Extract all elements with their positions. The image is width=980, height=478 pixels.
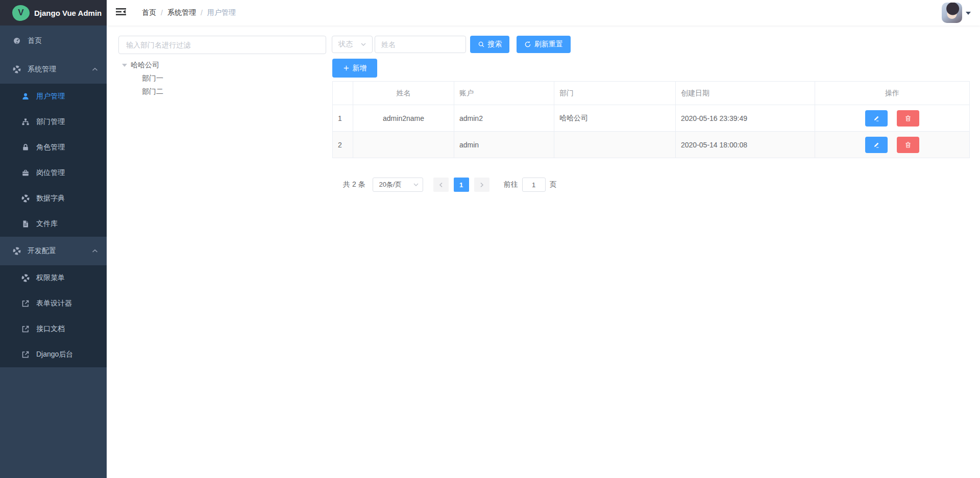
page-size-value: 20条/页	[379, 180, 402, 189]
edit-row-button[interactable]	[865, 110, 888, 127]
goto-page-input[interactable]	[522, 178, 546, 192]
sidebar-group-label: 系统管理	[28, 65, 56, 74]
sidebar-item-role-mgmt[interactable]: 角色管理	[0, 135, 107, 160]
sidebar-item-api-docs[interactable]: 接口文档	[0, 316, 107, 342]
sidebar-submenu-dev: 权限菜单 表单设计器 接口文档	[0, 265, 107, 367]
trash-icon	[904, 115, 912, 122]
cell-created: 2020-05-14 18:00:08	[676, 132, 815, 158]
column-header-account: 账户	[454, 82, 554, 105]
dept-tree: 哈哈公司 部门一 部门二	[118, 58, 326, 98]
cell-actions	[815, 105, 970, 132]
search-button[interactable]: 搜索	[470, 36, 509, 53]
users-table: 姓名 账户 部门 创建日期 操作 1 admin2name admin2 哈哈公…	[332, 81, 970, 158]
pagination: 共 2 条 20条/页 1 前往 页	[343, 178, 557, 192]
sidebar-item-label: 权限菜单	[36, 273, 65, 283]
cell-index: 2	[333, 132, 353, 158]
column-header-actions: 操作	[815, 82, 970, 105]
sidebar-item-label: 岗位管理	[36, 168, 65, 178]
cell-dept	[554, 132, 676, 158]
sidebar-item-label: 部门管理	[36, 117, 65, 127]
sidebar-submenu-system: 用户管理 部门管理 角色管理	[0, 84, 107, 237]
edit-row-button[interactable]	[865, 137, 888, 153]
menu-fold-icon[interactable]	[114, 5, 128, 20]
sidebar-item-home[interactable]: 首页	[0, 27, 107, 55]
sidebar-menu: 首页 系统管理 用户管理	[0, 26, 107, 367]
page-number-button[interactable]: 1	[454, 178, 469, 192]
breadcrumb-home[interactable]: 首页	[142, 8, 156, 17]
external-link-icon	[21, 350, 30, 359]
sidebar-item-label: 数据字典	[36, 194, 65, 203]
add-user-button[interactable]: 新增	[332, 59, 377, 78]
status-select[interactable]: 状态	[332, 36, 373, 53]
tree-node-child[interactable]: 部门一	[118, 72, 326, 85]
external-link-icon	[21, 299, 30, 308]
edit-icon	[873, 141, 880, 148]
sidebar-item-post-mgmt[interactable]: 岗位管理	[0, 160, 107, 186]
search-icon	[478, 41, 485, 48]
breadcrumb-system[interactable]: 系统管理	[167, 8, 196, 17]
sidebar-item-user-mgmt[interactable]: 用户管理	[0, 84, 107, 109]
tree-node-label: 哈哈公司	[131, 61, 159, 70]
sidebar-group-system[interactable]: 系统管理	[0, 55, 107, 84]
refresh-reset-button[interactable]: 刷新重置	[517, 36, 571, 53]
external-link-icon	[21, 325, 30, 333]
pagination-total: 共 2 条	[343, 180, 365, 189]
app-logo[interactable]: V Django Vue Admin	[0, 0, 107, 26]
table-row: 2 admin 2020-05-14 18:00:08	[333, 132, 970, 158]
top-navbar: 首页 / 系统管理 / 用户管理	[107, 0, 980, 26]
table-header-row: 姓名 账户 部门 创建日期 操作	[333, 82, 970, 105]
page-unit-label: 页	[550, 180, 557, 189]
prev-page-button[interactable]	[433, 178, 449, 192]
column-header-created: 创建日期	[676, 82, 815, 105]
sidebar-item-label: 角色管理	[36, 143, 65, 152]
breadcrumb-separator: /	[201, 9, 203, 17]
table-row: 1 admin2name admin2 哈哈公司 2020-05-16 23:3…	[333, 105, 970, 132]
arrow-left-icon	[439, 182, 443, 188]
plus-icon	[343, 65, 350, 71]
cell-dept: 哈哈公司	[554, 105, 676, 132]
document-icon	[21, 220, 30, 228]
next-page-button[interactable]	[474, 178, 489, 192]
refresh-icon	[524, 41, 531, 48]
chevron-up-icon	[92, 67, 98, 71]
tree-node-label: 部门一	[142, 74, 163, 83]
tree-node-root[interactable]: 哈哈公司	[118, 58, 326, 72]
page-size-select[interactable]: 20条/页	[373, 178, 423, 192]
delete-row-button[interactable]	[897, 110, 919, 127]
cell-account: admin2	[454, 105, 554, 132]
cell-index: 1	[333, 105, 353, 132]
chevron-down-icon	[413, 183, 419, 186]
vue-logo-icon: V	[12, 5, 30, 21]
add-button-label: 新增	[353, 64, 367, 73]
breadcrumb: 首页 / 系统管理 / 用户管理	[142, 8, 236, 17]
sidebar-item-label: 表单设计器	[36, 299, 72, 308]
sidebar-item-dept-mgmt[interactable]: 部门管理	[0, 109, 107, 135]
lock-icon	[21, 143, 30, 152]
sidebar-item-file-library[interactable]: 文件库	[0, 211, 107, 237]
life-ring-icon	[13, 65, 21, 73]
column-header-name: 姓名	[353, 82, 454, 105]
caret-down-icon[interactable]	[122, 64, 127, 69]
sidebar-item-perm-menu[interactable]: 权限菜单	[0, 265, 107, 291]
sidebar-item-data-dict[interactable]: 数据字典	[0, 186, 107, 211]
caret-down-icon	[966, 12, 971, 17]
column-header-dept: 部门	[554, 82, 676, 105]
sidebar-group-label: 开发配置	[28, 246, 56, 256]
avatar[interactable]	[942, 3, 962, 23]
delete-row-button[interactable]	[897, 137, 919, 153]
dashboard-icon	[13, 37, 21, 45]
sidebar-item-django-admin[interactable]: Django后台	[0, 342, 107, 367]
cell-actions	[815, 132, 970, 158]
breadcrumb-separator: /	[161, 9, 163, 17]
user-icon	[21, 92, 30, 100]
dept-filter-input[interactable]	[118, 36, 326, 54]
sidebar-item-form-designer[interactable]: 表单设计器	[0, 291, 107, 316]
goto-label: 前往	[504, 180, 518, 189]
user-menu[interactable]	[942, 3, 971, 23]
name-search-input[interactable]	[375, 36, 466, 53]
chevron-up-icon	[92, 249, 98, 253]
sidebar-group-dev-config[interactable]: 开发配置	[0, 237, 107, 265]
refresh-reset-label: 刷新重置	[534, 40, 563, 49]
tree-node-child[interactable]: 部门二	[118, 85, 326, 98]
edit-icon	[873, 115, 880, 122]
